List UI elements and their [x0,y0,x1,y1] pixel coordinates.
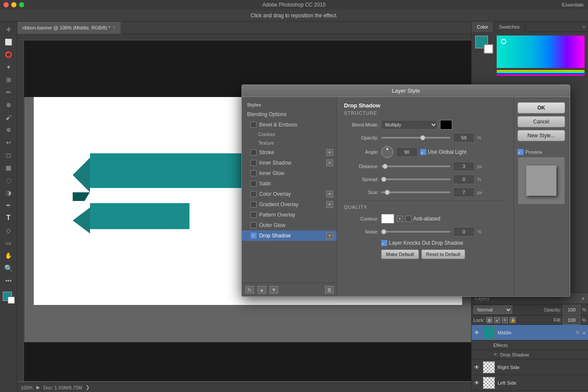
spread-thumb[interactable] [381,177,386,182]
noise-slider[interactable] [381,231,450,233]
inner-shadow-plus-btn[interactable]: + [326,159,333,166]
layer-expand-arrow[interactable]: ▲ [582,330,586,335]
check-pattern-overlay[interactable] [251,212,257,218]
gradient-overlay-plus-btn[interactable]: + [326,201,333,208]
foreground-color-swatch[interactable] [2,291,16,305]
drop-shadow-plus-btn[interactable]: + [326,232,333,239]
contour-thumb[interactable] [381,214,394,224]
style-item-stroke[interactable]: Stroke + [242,147,337,158]
lock-all-btn[interactable]: 🔒 [510,317,516,323]
noise-value-input[interactable] [453,227,475,236]
use-global-light-checkbox[interactable]: ✓ [420,149,426,155]
fill-input[interactable] [563,315,580,325]
canvas-tab[interactable]: ribbon-banner @ 100% (Middle, RGB/8) * × [17,22,121,34]
hand-tool[interactable]: ✋ [2,249,16,262]
style-item-inner-glow[interactable]: Inner Glow [242,168,337,178]
distance-slider[interactable] [381,165,450,167]
layer-visibility-rightside[interactable]: 👁 [473,364,480,371]
opacity-thumb[interactable] [420,135,425,140]
lock-position-btn[interactable]: ✛ [502,317,508,323]
tab-close-btn[interactable]: × [113,25,116,30]
spread-value-input[interactable] [453,175,475,184]
dodge-tool[interactable]: ◑ [2,187,16,199]
delete-style-btn[interactable]: 🗑 [325,286,334,294]
distance-value-input[interactable] [453,162,475,171]
check-color-overlay[interactable] [251,191,257,197]
noise-thumb[interactable] [381,229,386,234]
type-tool[interactable]: T [2,212,16,224]
lasso-tool[interactable]: ⭕ [2,49,16,61]
move-tool[interactable]: ✛ [2,23,16,36]
anti-aliased-checkbox[interactable] [405,216,411,222]
preview-checkbox[interactable]: ✓ [517,149,524,155]
brush-tool[interactable]: 🖌 [2,111,16,123]
extra-tools[interactable]: ••• [2,275,16,287]
gradient-tool[interactable]: ▦ [2,162,16,174]
layer-visibility-middle[interactable]: 👁 [473,329,480,336]
check-bevel-emboss[interactable] [251,122,257,128]
make-default-button[interactable]: Make Default [381,249,419,259]
magic-wand-tool[interactable]: ✦ [2,61,16,73]
style-item-gradient-overlay[interactable]: Gradient Overlay + [242,199,337,210]
path-tool[interactable]: ◇ [2,224,16,236]
distance-thumb[interactable] [382,164,388,169]
essentials-label[interactable]: Essentials [562,2,584,7]
hue-slider[interactable] [497,70,585,76]
blend-mode-dropdown[interactable]: Multiply Normal Screen [381,120,437,130]
opacity-slider[interactable] [381,137,450,139]
marquee-tool[interactable]: ⬜ [2,36,16,48]
angle-wheel[interactable] [381,146,393,158]
style-item-satin[interactable]: Satin [242,178,337,189]
layer-row-middle[interactable]: 👁 Middle fx ▲ [472,325,588,340]
style-item-pattern-overlay[interactable]: Pattern Overlay [242,210,337,220]
check-outer-glow[interactable] [251,222,257,228]
opacity-value-input[interactable] [453,133,475,143]
check-gradient-overlay[interactable] [251,201,257,207]
blend-color-swatch[interactable] [440,120,452,130]
color-swatches-fg-bg[interactable] [475,36,493,54]
style-item-blending-options[interactable]: Blending Options [242,109,337,120]
check-satin[interactable] [251,181,257,187]
style-item-outer-glow[interactable]: Outer Glow [242,220,337,230]
panel-menu-btn[interactable]: ≡ [580,22,588,32]
stroke-plus-btn[interactable]: + [326,149,333,156]
style-item-color-overlay[interactable]: Color Overlay + [242,189,337,199]
move-up-btn[interactable]: ▲ [257,286,266,294]
traffic-light-yellow[interactable] [11,2,16,7]
ok-button[interactable]: OK [517,102,565,113]
blur-tool[interactable]: ◌ [2,174,16,186]
check-inner-shadow[interactable] [251,160,257,166]
drop-shadow-sub-row[interactable]: 👁 Drop Shadow [472,350,588,360]
style-item-bevel-emboss[interactable]: Bevel & Emboss [242,120,337,130]
opacity-input[interactable] [563,305,580,314]
eraser-tool[interactable]: ◻ [2,149,16,161]
contour-dropdown-btn[interactable]: ▼ [397,216,403,222]
fx-btn[interactable]: fx [245,286,254,294]
check-stroke[interactable] [251,149,257,156]
color-spectrum[interactable] [497,36,585,68]
spread-slider[interactable] [381,178,450,180]
layer-visibility-leftside[interactable]: 👁 [473,379,480,386]
eyedropper-tool[interactable]: ✏ [2,86,16,98]
check-drop-shadow[interactable]: ✓ [251,233,257,239]
layers-menu-btn[interactable]: ≡ [582,296,585,301]
eye-icon-dropshadow[interactable]: 👁 [493,352,498,357]
style-item-texture[interactable]: Texture [242,139,337,147]
blend-mode-select[interactable]: Normal Multiply [473,305,512,314]
tab-swatches[interactable]: Swatches [494,22,525,32]
angle-value-input[interactable] [396,147,418,157]
size-thumb[interactable] [385,190,390,195]
pen-tool[interactable]: ✒ [2,199,16,211]
crop-tool[interactable]: ⊞ [2,74,16,86]
style-item-inner-shadow[interactable]: Inner Shadow + [242,158,337,168]
reset-to-default-button[interactable]: Reset to Default [421,249,465,259]
style-item-contour[interactable]: Contour [242,130,337,139]
size-slider[interactable] [381,191,450,193]
check-inner-glow[interactable] [251,170,257,176]
history-brush-tool[interactable]: ↩ [2,136,16,149]
lock-image-btn[interactable]: 🖌 [494,317,500,323]
traffic-light-green[interactable] [19,2,24,7]
new-style-button[interactable]: New Style... [517,130,565,141]
lock-transparent-btn[interactable]: ▦ [486,317,492,323]
tab-color[interactable]: Color [472,22,494,32]
